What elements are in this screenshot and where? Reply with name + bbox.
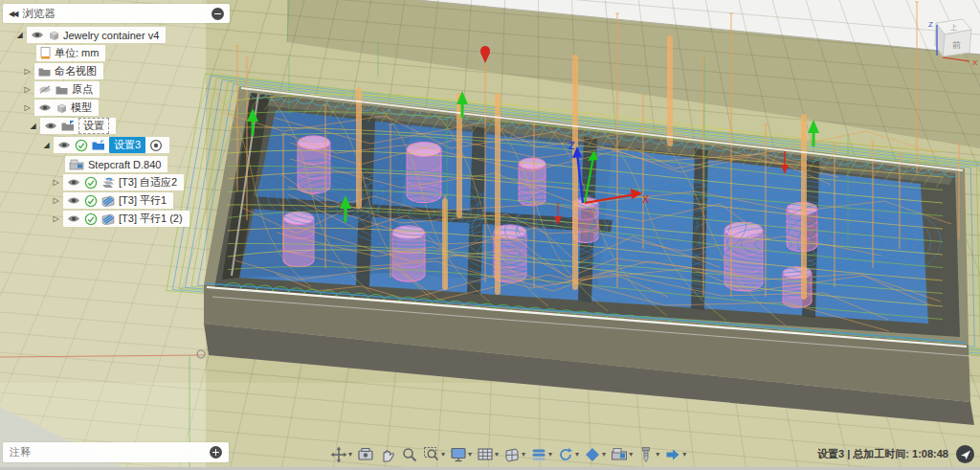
- refresh-arrows-icon: [557, 446, 574, 463]
- dropdown-caret-icon[interactable]: ▾: [602, 451, 606, 459]
- machine-display-button[interactable]: ▾: [610, 445, 634, 464]
- tree-label: 设置: [78, 118, 109, 134]
- eye-icon[interactable]: [44, 122, 57, 130]
- tree-item-op-parallel2[interactable]: ▷ [T3] 平行1 (2): [52, 211, 189, 227]
- post-process-button[interactable]: ▾: [663, 445, 687, 464]
- orbit-icon: [330, 446, 347, 463]
- dropdown-caret-icon[interactable]: ▾: [629, 451, 633, 459]
- tree-item-op-adaptive[interactable]: ▷ [T3] 自适应2: [52, 174, 184, 190]
- viewcube-front-label: 前: [952, 40, 961, 50]
- pan-button[interactable]: [378, 445, 397, 464]
- machine-icon: [69, 159, 84, 170]
- dropdown-caret-icon[interactable]: ▾: [468, 451, 472, 459]
- dropdown-caret-icon[interactable]: ▾: [548, 451, 552, 459]
- dropdown-caret-icon[interactable]: ▾: [522, 451, 525, 459]
- expand-arrow-icon[interactable]: ◢: [15, 31, 24, 39]
- viewport-canvas[interactable]: Z X 上 前 Z X: [0, 0, 980, 470]
- viewcube-z-label: Z: [928, 20, 933, 29]
- tree-item-named-views[interactable]: ▷ 命名视图: [23, 63, 103, 79]
- grid-settings-button[interactable]: ▾: [476, 445, 500, 464]
- collapsed-arrow-icon[interactable]: ▷: [23, 103, 32, 112]
- check-circle-icon: [84, 194, 98, 208]
- tree-label: 原点: [72, 82, 93, 97]
- collapsed-arrow-icon[interactable]: ▷: [23, 67, 32, 76]
- eye-icon[interactable]: [67, 196, 80, 205]
- tree-item-setup3[interactable]: ◢ 设置3: [42, 137, 169, 153]
- active-setup-radio-icon[interactable]: [149, 139, 163, 152]
- stock-display-button[interactable]: ▾: [583, 445, 607, 464]
- comments-bar[interactable]: 注释: [3, 442, 229, 462]
- viewcube-x-label: X: [972, 58, 978, 67]
- tool-display-button[interactable]: ▾: [636, 445, 660, 464]
- dropdown-caret-icon[interactable]: ▾: [441, 451, 445, 459]
- parallel-op-icon: [101, 194, 115, 207]
- folder-icon: [56, 85, 68, 95]
- tree-label-selected: 设置3: [109, 137, 145, 153]
- tree-item-component[interactable]: ◢ Jewelry container v4: [15, 27, 166, 43]
- eye-icon[interactable]: [67, 178, 80, 187]
- collapsed-arrow-icon[interactable]: ▷: [52, 214, 60, 223]
- body-icon: [56, 102, 67, 114]
- document-icon: [40, 47, 51, 59]
- panel-collapse-icon[interactable]: ◀◀: [9, 10, 16, 18]
- navigation-toolbar: ▾ ▾ ▾ ▾ ▾ ▾: [329, 445, 687, 464]
- tree-item-machine[interactable]: Stepcraft D.840: [65, 156, 167, 172]
- check-circle-icon: [84, 176, 98, 190]
- eye-icon[interactable]: [31, 31, 44, 39]
- eye-icon[interactable]: [38, 103, 52, 112]
- collapsed-arrow-icon[interactable]: ▷: [52, 178, 60, 187]
- dropdown-caret-icon[interactable]: ▾: [495, 451, 499, 459]
- tree-item-units[interactable]: 单位: mm: [36, 45, 105, 61]
- comments-label: 注释: [10, 445, 31, 459]
- adaptive-op-icon: [101, 176, 115, 189]
- dropdown-caret-icon[interactable]: ▾: [656, 451, 659, 459]
- post-arrow-icon: [664, 446, 681, 463]
- tree-label: [T3] 平行1: [119, 193, 167, 208]
- browser-title: 浏览器: [22, 7, 56, 21]
- tree-item-origin[interactable]: ▷ 原点: [23, 81, 100, 98]
- setups-folder-icon: [61, 121, 75, 131]
- setup-folder-icon: [92, 140, 105, 150]
- tree-label: 模型: [71, 101, 92, 115]
- status-bar: 设置3 | 总加工时间: 1:08:48: [756, 445, 974, 463]
- triad-z-label: Z: [568, 140, 575, 151]
- display-settings-button[interactable]: ▾: [449, 445, 473, 464]
- eye-icon[interactable]: [67, 214, 80, 223]
- tree-item-models[interactable]: ▷ 模型: [23, 100, 99, 116]
- look-at-icon: [357, 446, 374, 463]
- tree-label: 单位: mm: [55, 46, 99, 60]
- tree-label: [T3] 自适应2: [119, 175, 177, 190]
- simulate-button[interactable]: ▾: [556, 445, 580, 464]
- zoom-button[interactable]: [400, 445, 419, 464]
- orbit-button[interactable]: ▾: [329, 445, 353, 464]
- tree-item-op-parallel1[interactable]: ▷ [T3] 平行1: [52, 192, 173, 209]
- tree-item-setups-folder[interactable]: ◢ 设置: [29, 118, 116, 134]
- tool-screw-icon: [637, 446, 655, 463]
- viewcube-top-label: 上: [950, 24, 957, 31]
- monitor-icon: [450, 446, 467, 463]
- eye-off-icon[interactable]: [38, 85, 52, 94]
- collapsed-arrow-icon[interactable]: ▷: [23, 85, 32, 94]
- toolpath-layers-icon: [530, 446, 547, 463]
- toolpath-display-button[interactable]: ▾: [529, 445, 553, 464]
- viewports-icon: [503, 446, 521, 463]
- job-status-button[interactable]: [956, 445, 974, 463]
- dropdown-caret-icon[interactable]: ▾: [575, 451, 579, 459]
- expand-arrow-icon[interactable]: ◢: [42, 141, 51, 149]
- pan-hand-icon: [379, 446, 396, 463]
- machine-display-icon: [611, 446, 628, 463]
- expand-arrow-icon[interactable]: ◢: [29, 122, 37, 130]
- magnifier-icon: [401, 446, 418, 463]
- eye-icon[interactable]: [57, 141, 71, 149]
- dropdown-caret-icon[interactable]: ▾: [682, 451, 686, 459]
- tree-label: Jewelry container v4: [63, 30, 159, 41]
- triad-x-label: X: [642, 193, 650, 205]
- add-comment-icon[interactable]: [210, 446, 222, 459]
- look-at-button[interactable]: [356, 445, 375, 464]
- collapsed-arrow-icon[interactable]: ▷: [52, 196, 60, 205]
- tree-label: [T3] 平行1 (2): [119, 212, 183, 226]
- panel-minimize-icon[interactable]: [212, 8, 224, 20]
- dropdown-caret-icon[interactable]: ▾: [348, 451, 352, 459]
- zoom-window-button[interactable]: ▾: [422, 445, 446, 464]
- viewports-button[interactable]: ▾: [502, 445, 526, 464]
